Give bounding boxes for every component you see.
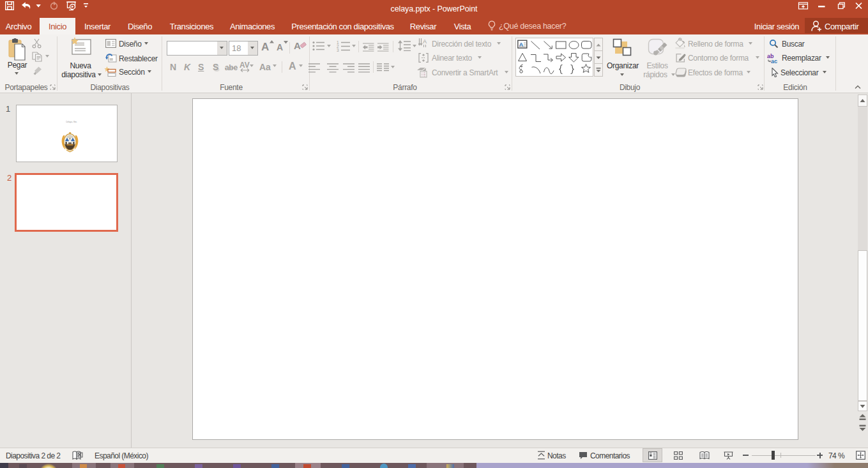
svg-text:A: A bbox=[423, 38, 427, 45]
svg-text:ac: ac bbox=[771, 58, 777, 64]
svg-text:3: 3 bbox=[337, 48, 339, 52]
